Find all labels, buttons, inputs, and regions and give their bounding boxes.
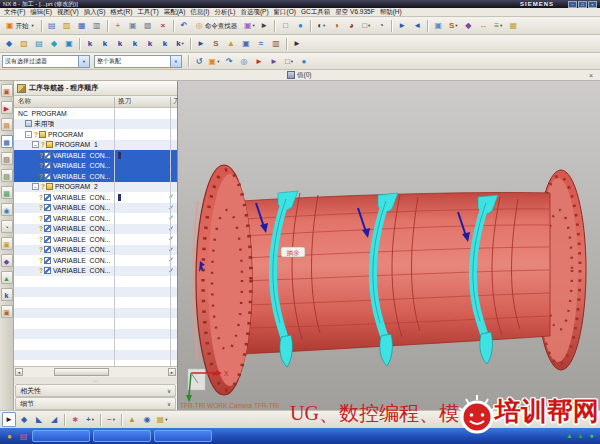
tree-row[interactable]: ?VARIABLE_CON...✓ — [14, 192, 177, 203]
part-navigator-icon[interactable]: ▤ — [1, 118, 13, 131]
menu-item-13[interactable]: 星空 V6.935F — [335, 8, 374, 17]
spline-tool-icon[interactable]: S — [209, 36, 223, 51]
tree-row[interactable]: ?VARIABLE_CON...✓ — [14, 213, 177, 224]
pattern-feature-icon[interactable]: ▣ — [239, 36, 253, 51]
wave-geometry-icon[interactable]: ≈ — [254, 36, 268, 51]
color-palette-icon[interactable]: ∗ — [68, 412, 82, 427]
constraint-angle-icon[interactable]: k — [128, 36, 142, 51]
tree-row[interactable]: ?VARIABLE_CON...✓ — [14, 224, 177, 235]
tree-row[interactable]: −?PROGRAM — [14, 129, 177, 140]
snap-midpoint-icon[interactable]: ◢ — [47, 412, 61, 427]
zoom-icon[interactable]: ↷ — [222, 54, 236, 69]
taskbar-window-button[interactable] — [93, 430, 151, 442]
view-orient-icon[interactable]: ◐▾ — [314, 18, 328, 33]
command-finder-button[interactable]: ◎命令查找器 — [192, 18, 241, 33]
tree-row[interactable]: ?VARIABLE_CON...✓ — [14, 245, 177, 256]
front-vector-icon[interactable]: ► — [252, 54, 266, 69]
graphics-viewport[interactable]: 抽余 X TFR-TRI WORK Camera TFR-TRI — [178, 81, 600, 410]
material-icon[interactable]: ▦ — [506, 18, 520, 33]
measure-body-icon[interactable]: ▲ — [125, 412, 139, 427]
spline-icon[interactable]: S▾ — [446, 18, 460, 33]
snap-rect-icon[interactable]: □▾ — [282, 54, 296, 69]
scroll-right-icon[interactable]: ▸ — [168, 368, 176, 376]
web-sphere-icon[interactable]: ● — [293, 18, 307, 33]
menu-item-5[interactable]: 格式(R) — [110, 8, 132, 17]
pan-pointer-icon[interactable]: ► — [395, 18, 409, 33]
move-component-icon[interactable]: ◆ — [47, 36, 61, 51]
snap-endpoint-icon[interactable]: ◣ — [32, 412, 46, 427]
tree-row[interactable]: NC_PROGRAM — [14, 108, 177, 119]
constraint-distance-icon[interactable]: k — [158, 36, 172, 51]
snap-point-icon[interactable]: ◆ — [17, 412, 31, 427]
section-details[interactable]: 细节 ∨ — [15, 397, 176, 410]
find-component-icon[interactable]: ◉ — [140, 412, 154, 427]
appearance-icon[interactable]: ▦▾ — [155, 412, 169, 427]
touch-panel-icon[interactable]: ▣ — [1, 305, 13, 318]
system-materials-icon[interactable]: ▣ — [1, 237, 13, 250]
expander-icon[interactable]: − — [25, 131, 32, 138]
wave-link-icon[interactable]: ► — [194, 36, 208, 51]
touch-mode-icon[interactable]: ► — [257, 18, 271, 33]
menu-item-6[interactable]: 工具(T) — [137, 8, 158, 17]
start-menu-button[interactable]: ▣开始▾ — [2, 18, 38, 33]
tree-row[interactable]: −?PROGRAM_2 — [14, 182, 177, 193]
operation-navigator-icon[interactable]: ▦ — [1, 135, 13, 148]
add-component-icon[interactable]: ▤ — [32, 36, 46, 51]
delete-icon[interactable]: × — [156, 18, 170, 33]
taskbar-app-layers-icon[interactable]: ▤ — [18, 431, 29, 442]
layer-icon[interactable]: ≡▾ — [491, 18, 505, 33]
visualize-icon[interactable]: ◕ — [344, 18, 358, 33]
tree-row[interactable]: ?VARIABLE_CON...✓ — [14, 266, 177, 277]
section-dependencies[interactable]: 相关性 ∨ — [15, 384, 176, 397]
column-toolchange[interactable]: 换刀 — [118, 97, 131, 106]
camera-icon[interactable]: ▣ — [431, 18, 445, 33]
menu-item-3[interactable]: 视图(V) — [57, 8, 79, 17]
taskbar-app-orange-icon[interactable]: ● — [4, 431, 15, 442]
horizontal-scrollbar[interactable]: ◂ ▸ — [14, 366, 177, 377]
tree-row[interactable]: ?VARIABLE_CON...✓ — [14, 255, 177, 266]
constraint-fix-icon[interactable]: k — [143, 36, 157, 51]
menu-item-4[interactable]: 插入(S) — [84, 8, 106, 17]
save-icon[interactable]: ▦ — [75, 18, 89, 33]
print-icon[interactable]: ▥ — [90, 18, 104, 33]
restore-button[interactable]: □ — [578, 1, 587, 8]
new-file-icon[interactable]: ▤ — [45, 18, 59, 33]
cut-icon[interactable]: + — [111, 18, 125, 33]
select-arrow-icon[interactable]: ► — [2, 412, 16, 427]
menu-item-1[interactable]: 文件(F) — [4, 8, 25, 17]
constraint-center-icon[interactable]: k — [113, 36, 127, 51]
copy-icon[interactable]: ▣ — [126, 18, 140, 33]
menu-item-7[interactable]: 装配(A) — [164, 8, 186, 17]
close-button[interactable]: × — [588, 1, 597, 8]
notebook-icon[interactable]: ▥ — [269, 36, 283, 51]
show-hide-icon[interactable]: ◔ — [374, 18, 388, 33]
process-studio-icon[interactable]: ◆ — [1, 254, 13, 267]
tree-row[interactable]: ?VARIABLE_CON...✓ — [14, 161, 177, 172]
expander-icon[interactable]: − — [32, 183, 39, 190]
web-browser-icon[interactable]: ◉ — [1, 203, 13, 216]
select-tool-icon[interactable]: ► — [290, 36, 304, 51]
chevron-down-icon[interactable]: ▾ — [78, 56, 89, 67]
selection-filter-dropdown[interactable]: 没有选择过滤器 ▾ — [2, 55, 90, 68]
close-icon[interactable]: × — [589, 71, 593, 80]
undo-icon[interactable]: ↶ — [177, 18, 191, 33]
tree-row[interactable]: ?VARIABLE_CON...✓ — [14, 234, 177, 245]
column-divider[interactable] — [170, 97, 171, 107]
rotate-pointer-icon[interactable]: ◄ — [410, 18, 424, 33]
tree-row[interactable]: ?VARIABLE_CON...✓ — [14, 150, 177, 161]
constraint-more-icon[interactable]: k▾ — [173, 36, 187, 51]
tree-row[interactable]: ?VARIABLE_CON...✓ — [14, 203, 177, 214]
constraint-touch-icon[interactable]: k — [83, 36, 97, 51]
scroll-left-icon[interactable]: ◂ — [15, 368, 23, 376]
taskbar-window-button[interactable] — [154, 430, 212, 442]
assembly-navigator-icon[interactable]: ▣ — [1, 84, 13, 97]
menu-item-11[interactable]: 窗口(O) — [274, 8, 296, 17]
paste-icon[interactable]: ▩ — [141, 18, 155, 33]
hd3d-tools-icon[interactable]: ▩ — [1, 186, 13, 199]
machine-tool-navigator-icon[interactable]: ▧ — [1, 152, 13, 165]
tree-row[interactable]: 未用项 — [14, 119, 177, 130]
menu-item-8[interactable]: 信息(I) — [190, 8, 209, 17]
fit-view-icon[interactable]: ▣▾ — [207, 54, 221, 69]
window-icon[interactable]: □ — [278, 18, 292, 33]
column-name[interactable]: 名称 — [18, 97, 31, 106]
